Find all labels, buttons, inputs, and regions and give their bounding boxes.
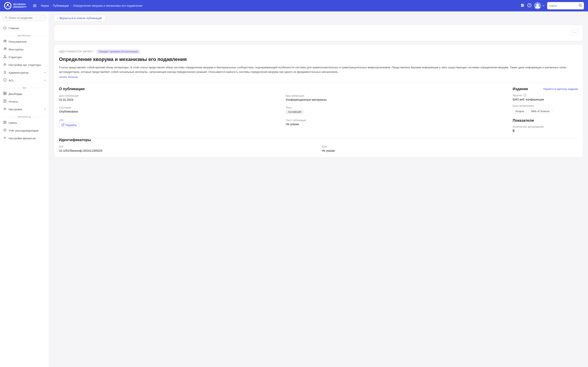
sidebar-item-settings[interactable]: Настройки ▾ [0,105,49,113]
sidebar-item-org-settings[interactable]: Настройки орг. структуры [0,61,49,69]
sidebar: Главная ИНТРАНЕТ Пользователи [0,11,49,367]
accounting-icon [3,128,7,133]
pub-type-item: Вид публикации Конференционные материалы [286,94,506,101]
sidebar-reports-label: Отчеты [9,100,45,103]
main-layout: Главная ИНТРАНЕТ Пользователи [0,11,588,367]
top-navigation: SECHENOV UNIVERSITY Наука › Публикации ›… [0,0,588,11]
svg-rect-29 [3,92,5,93]
url-link-text: Перейти [65,124,77,127]
breadcrumb: Наука › Публикации › Определение кворума… [41,4,517,7]
home-icon [3,26,7,30]
indicators-section: Показатели Количество цитирований 0 [513,118,578,133]
breadcrumb-publikacii[interactable]: Публикации [53,4,69,7]
journal-row: Журнал [513,94,578,97]
more-options-button[interactable]: ··· [571,30,578,36]
status-item: Состояние Опубликовано [59,106,279,114]
journal-label: Журнал [513,94,522,97]
svg-point-6 [521,4,522,5]
sidebar-item-estimates[interactable]: Сметы [0,119,49,127]
sidebar-admin-label: Администратор [9,71,42,74]
external-link-icon [62,124,64,127]
acl-icon [3,78,7,82]
sidebar-search-input[interactable] [9,16,44,19]
sidebar-org-settings-label: Настройки орг. структуры [9,63,45,67]
sidebar-item-mygroups[interactable]: Мои группы [0,45,49,53]
users-icon [3,40,7,44]
svg-point-37 [4,108,6,109]
edition-link[interactable]: Перейти в карточку издания [543,87,578,91]
svg-point-7 [523,5,523,6]
status-value: Опубликовано [59,110,279,113]
svg-text:?: ? [528,4,530,7]
pub-text-item: Текст публикации Не указан [286,119,506,128]
settings-icon [3,107,7,111]
reports-icon [3,100,7,104]
acl-chevron-icon: ▾ [44,79,45,82]
identifiers-section: Идентификаторы DOI 10.1051/биоконф./2024… [54,138,583,157]
sidebar-item-structure[interactable]: Структура [0,53,49,61]
pub-text-value: Не указан [286,123,506,126]
main-content: ‹ Вернуться в список публикаций ··· ИДЕН… [49,11,588,367]
identifiers-title: Идентификаторы [59,138,578,142]
sidebar-search-icon [5,16,8,20]
sidebar-item-users[interactable]: Пользователи [0,38,49,45]
edn-item: EDN Не указан [322,145,578,152]
svg-point-1 [7,4,9,6]
breadcrumb-nauka[interactable]: Наука [41,4,49,7]
hamburger-button[interactable] [32,3,38,8]
sidebar-search-box[interactable] [2,15,46,21]
finance-settings-icon [3,136,7,140]
article-section: ИДЕНТИФИКАТОР 48f96c7 Ожидает проверки [… [54,44,583,157]
edn-value: Не указан [322,149,578,152]
doi-value: 10.1051/биоконф./202411305025 [59,149,315,152]
edition-header: Издание Перейти в карточку издания [513,87,578,91]
sidebar-item-finance-settings[interactable]: Настройки финансов [0,134,49,142]
logo-icon [4,2,11,9]
sliders-icon[interactable] [520,3,525,8]
sidebar-item-admin[interactable]: Администратор ▾ [0,69,49,76]
sidebar-item-accounting[interactable]: Учёт расходов/доходов [0,127,49,134]
svg-point-13 [579,4,581,6]
help-icon[interactable]: ? [527,3,532,8]
dashboards-icon [3,92,7,96]
sidebar-item-acl[interactable]: ACL ▾ [0,76,49,84]
read-more-link[interactable]: читать больше [59,75,78,78]
citations-count-label: Количество цитирований [513,125,578,128]
svg-point-17 [4,40,5,41]
journal-name: БИО веб -конференция [513,98,578,101]
search-submit-button[interactable] [577,4,584,8]
sidebar-item-reports[interactable]: Отчеты [0,98,49,105]
back-button[interactable]: ‹ Вернуться в список публикаций [54,15,105,22]
svg-point-27 [4,64,6,65]
svg-line-16 [7,18,8,19]
svg-point-41 [4,137,6,138]
svg-point-15 [5,17,7,18]
status-label: Состояние [59,106,279,109]
url-link[interactable]: Перейти [59,123,79,128]
back-chevron-icon: ‹ [57,17,58,20]
sidebar-section-bi: БИ [0,84,49,90]
pub-text-label: Текст публикации [286,119,506,122]
settings-chevron-icon: ▾ [44,108,45,111]
language-item: Язык Английский [286,106,506,114]
chevron-down-icon [542,4,545,7]
svg-point-19 [4,48,6,49]
sidebar-section-finance: ФИНАНСЫ [0,113,49,119]
article-detail-grid: Дата публикации 01.01.2024 Вид публикаци… [59,94,506,128]
search-bar[interactable] [547,2,584,9]
article-two-col: О публикации Дата публикации 01.01.2024 … [59,87,578,133]
article-meta-row: ИДЕНТИФИКАТОР 48f96c7 Ожидает проверки [… [59,50,578,54]
svg-line-25 [4,57,5,57]
sidebar-settings-label: Настройки [9,108,42,111]
logo[interactable]: SECHENOV UNIVERSITY [4,2,29,9]
sidebar-item-home[interactable]: Главная [0,24,49,32]
url-label: URL [59,119,279,122]
svg-rect-28 [4,72,6,73]
search-input[interactable] [547,4,577,7]
user-menu-button[interactable] [534,2,545,9]
svg-rect-32 [5,94,6,95]
sidebar-structure-label: Структура [9,56,45,59]
breadcrumb-current[interactable]: Определение кворума и механизмы его пода… [73,4,142,7]
edition-title: Издание [513,87,528,91]
sidebar-item-dashboards[interactable]: Дашборды [0,90,49,98]
